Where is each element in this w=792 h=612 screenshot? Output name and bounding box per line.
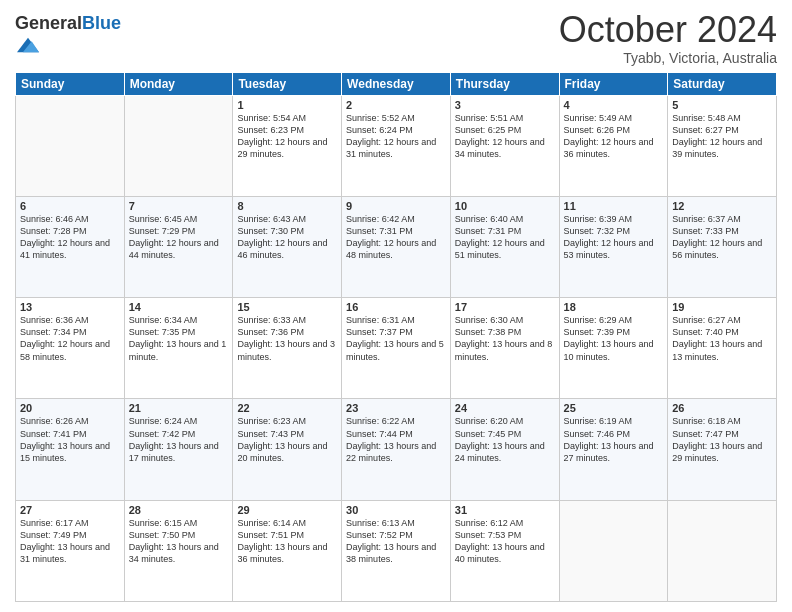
calendar-cell: 22Sunrise: 6:23 AM Sunset: 7:43 PM Dayli… [233, 399, 342, 500]
day-info: Sunrise: 6:20 AM Sunset: 7:45 PM Dayligh… [455, 415, 555, 464]
calendar-header-wednesday: Wednesday [342, 72, 451, 95]
calendar-cell: 31Sunrise: 6:12 AM Sunset: 7:53 PM Dayli… [450, 500, 559, 601]
logo-icon [17, 34, 39, 56]
calendar-cell: 12Sunrise: 6:37 AM Sunset: 7:33 PM Dayli… [668, 196, 777, 297]
day-number: 25 [564, 402, 664, 414]
calendar-cell: 25Sunrise: 6:19 AM Sunset: 7:46 PM Dayli… [559, 399, 668, 500]
day-info: Sunrise: 6:36 AM Sunset: 7:34 PM Dayligh… [20, 314, 120, 363]
calendar-header-row: SundayMondayTuesdayWednesdayThursdayFrid… [16, 72, 777, 95]
calendar-week-row: 6Sunrise: 6:46 AM Sunset: 7:28 PM Daylig… [16, 196, 777, 297]
day-number: 28 [129, 504, 229, 516]
day-number: 7 [129, 200, 229, 212]
logo-general-text: General [15, 13, 82, 33]
calendar-cell: 8Sunrise: 6:43 AM Sunset: 7:30 PM Daylig… [233, 196, 342, 297]
day-info: Sunrise: 6:33 AM Sunset: 7:36 PM Dayligh… [237, 314, 337, 363]
day-number: 12 [672, 200, 772, 212]
calendar-cell: 19Sunrise: 6:27 AM Sunset: 7:40 PM Dayli… [668, 298, 777, 399]
calendar: SundayMondayTuesdayWednesdayThursdayFrid… [15, 72, 777, 602]
day-info: Sunrise: 5:51 AM Sunset: 6:25 PM Dayligh… [455, 112, 555, 161]
calendar-cell: 9Sunrise: 6:42 AM Sunset: 7:31 PM Daylig… [342, 196, 451, 297]
calendar-cell: 11Sunrise: 6:39 AM Sunset: 7:32 PM Dayli… [559, 196, 668, 297]
title-block: October 2024 Tyabb, Victoria, Australia [559, 10, 777, 66]
day-number: 10 [455, 200, 555, 212]
calendar-cell: 5Sunrise: 5:48 AM Sunset: 6:27 PM Daylig… [668, 95, 777, 196]
day-number: 20 [20, 402, 120, 414]
calendar-cell [124, 95, 233, 196]
day-number: 8 [237, 200, 337, 212]
day-info: Sunrise: 6:27 AM Sunset: 7:40 PM Dayligh… [672, 314, 772, 363]
day-number: 13 [20, 301, 120, 313]
day-number: 19 [672, 301, 772, 313]
calendar-header-saturday: Saturday [668, 72, 777, 95]
day-info: Sunrise: 6:34 AM Sunset: 7:35 PM Dayligh… [129, 314, 229, 363]
day-info: Sunrise: 6:42 AM Sunset: 7:31 PM Dayligh… [346, 213, 446, 262]
day-number: 26 [672, 402, 772, 414]
calendar-cell [16, 95, 125, 196]
day-info: Sunrise: 6:23 AM Sunset: 7:43 PM Dayligh… [237, 415, 337, 464]
calendar-cell: 21Sunrise: 6:24 AM Sunset: 7:42 PM Dayli… [124, 399, 233, 500]
day-number: 29 [237, 504, 337, 516]
day-number: 23 [346, 402, 446, 414]
day-info: Sunrise: 6:40 AM Sunset: 7:31 PM Dayligh… [455, 213, 555, 262]
calendar-cell: 17Sunrise: 6:30 AM Sunset: 7:38 PM Dayli… [450, 298, 559, 399]
calendar-cell: 28Sunrise: 6:15 AM Sunset: 7:50 PM Dayli… [124, 500, 233, 601]
calendar-cell: 4Sunrise: 5:49 AM Sunset: 6:26 PM Daylig… [559, 95, 668, 196]
calendar-week-row: 13Sunrise: 6:36 AM Sunset: 7:34 PM Dayli… [16, 298, 777, 399]
calendar-header-sunday: Sunday [16, 72, 125, 95]
logo: GeneralBlue [15, 14, 121, 60]
calendar-cell [668, 500, 777, 601]
day-info: Sunrise: 6:31 AM Sunset: 7:37 PM Dayligh… [346, 314, 446, 363]
day-number: 6 [20, 200, 120, 212]
location: Tyabb, Victoria, Australia [559, 50, 777, 66]
day-info: Sunrise: 6:26 AM Sunset: 7:41 PM Dayligh… [20, 415, 120, 464]
day-info: Sunrise: 6:12 AM Sunset: 7:53 PM Dayligh… [455, 517, 555, 566]
calendar-cell: 23Sunrise: 6:22 AM Sunset: 7:44 PM Dayli… [342, 399, 451, 500]
calendar-cell: 16Sunrise: 6:31 AM Sunset: 7:37 PM Dayli… [342, 298, 451, 399]
day-info: Sunrise: 6:46 AM Sunset: 7:28 PM Dayligh… [20, 213, 120, 262]
header: GeneralBlue October 2024 Tyabb, Victoria… [15, 10, 777, 66]
day-info: Sunrise: 5:52 AM Sunset: 6:24 PM Dayligh… [346, 112, 446, 161]
day-number: 2 [346, 99, 446, 111]
day-number: 27 [20, 504, 120, 516]
calendar-cell: 1Sunrise: 5:54 AM Sunset: 6:23 PM Daylig… [233, 95, 342, 196]
day-info: Sunrise: 6:43 AM Sunset: 7:30 PM Dayligh… [237, 213, 337, 262]
day-info: Sunrise: 6:18 AM Sunset: 7:47 PM Dayligh… [672, 415, 772, 464]
day-number: 15 [237, 301, 337, 313]
page: GeneralBlue October 2024 Tyabb, Victoria… [0, 0, 792, 612]
calendar-cell: 20Sunrise: 6:26 AM Sunset: 7:41 PM Dayli… [16, 399, 125, 500]
calendar-header-tuesday: Tuesday [233, 72, 342, 95]
day-info: Sunrise: 5:54 AM Sunset: 6:23 PM Dayligh… [237, 112, 337, 161]
calendar-cell: 6Sunrise: 6:46 AM Sunset: 7:28 PM Daylig… [16, 196, 125, 297]
calendar-cell: 14Sunrise: 6:34 AM Sunset: 7:35 PM Dayli… [124, 298, 233, 399]
day-info: Sunrise: 6:14 AM Sunset: 7:51 PM Dayligh… [237, 517, 337, 566]
calendar-cell: 7Sunrise: 6:45 AM Sunset: 7:29 PM Daylig… [124, 196, 233, 297]
calendar-cell: 15Sunrise: 6:33 AM Sunset: 7:36 PM Dayli… [233, 298, 342, 399]
day-info: Sunrise: 6:24 AM Sunset: 7:42 PM Dayligh… [129, 415, 229, 464]
day-number: 22 [237, 402, 337, 414]
day-number: 24 [455, 402, 555, 414]
calendar-header-thursday: Thursday [450, 72, 559, 95]
calendar-week-row: 27Sunrise: 6:17 AM Sunset: 7:49 PM Dayli… [16, 500, 777, 601]
day-number: 21 [129, 402, 229, 414]
day-number: 1 [237, 99, 337, 111]
day-number: 14 [129, 301, 229, 313]
calendar-cell: 27Sunrise: 6:17 AM Sunset: 7:49 PM Dayli… [16, 500, 125, 601]
day-info: Sunrise: 6:22 AM Sunset: 7:44 PM Dayligh… [346, 415, 446, 464]
day-number: 11 [564, 200, 664, 212]
calendar-cell: 29Sunrise: 6:14 AM Sunset: 7:51 PM Dayli… [233, 500, 342, 601]
calendar-cell: 13Sunrise: 6:36 AM Sunset: 7:34 PM Dayli… [16, 298, 125, 399]
calendar-header-monday: Monday [124, 72, 233, 95]
calendar-cell: 10Sunrise: 6:40 AM Sunset: 7:31 PM Dayli… [450, 196, 559, 297]
calendar-cell [559, 500, 668, 601]
day-info: Sunrise: 6:13 AM Sunset: 7:52 PM Dayligh… [346, 517, 446, 566]
day-info: Sunrise: 5:49 AM Sunset: 6:26 PM Dayligh… [564, 112, 664, 161]
day-number: 31 [455, 504, 555, 516]
calendar-week-row: 1Sunrise: 5:54 AM Sunset: 6:23 PM Daylig… [16, 95, 777, 196]
calendar-cell: 26Sunrise: 6:18 AM Sunset: 7:47 PM Dayli… [668, 399, 777, 500]
calendar-cell: 30Sunrise: 6:13 AM Sunset: 7:52 PM Dayli… [342, 500, 451, 601]
day-info: Sunrise: 6:29 AM Sunset: 7:39 PM Dayligh… [564, 314, 664, 363]
day-info: Sunrise: 6:30 AM Sunset: 7:38 PM Dayligh… [455, 314, 555, 363]
day-info: Sunrise: 6:19 AM Sunset: 7:46 PM Dayligh… [564, 415, 664, 464]
day-info: Sunrise: 6:37 AM Sunset: 7:33 PM Dayligh… [672, 213, 772, 262]
day-info: Sunrise: 6:45 AM Sunset: 7:29 PM Dayligh… [129, 213, 229, 262]
